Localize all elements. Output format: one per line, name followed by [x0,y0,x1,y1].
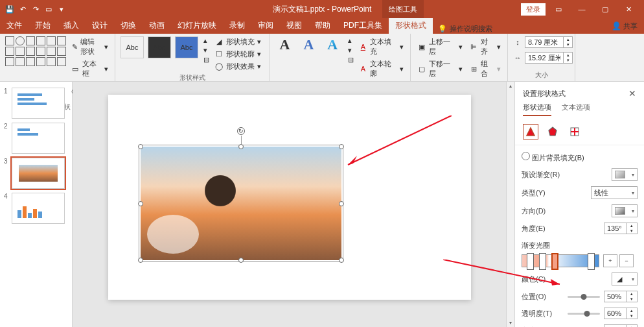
login-button[interactable]: 登录 [521,3,546,16]
color-combo[interactable]: ◢▾ [612,272,638,285]
wa-up-icon[interactable]: ▴ [348,36,354,45]
resize-handle[interactable] [238,258,244,263]
fill-line-icon[interactable] [523,124,538,139]
picture-fill-radio[interactable] [522,152,530,160]
resize-handle[interactable] [339,258,344,263]
tab-record[interactable]: 录制 [223,18,251,34]
minimize-icon[interactable]: — [571,3,592,16]
bring-forward-button[interactable]: ▣上移一层▾ [416,36,464,57]
undo-icon[interactable]: ↶ [17,3,29,15]
align-button[interactable]: ⊫对齐▾ [468,36,502,57]
shape-style-2[interactable]: Abc [148,36,171,58]
text-fill-button[interactable]: A文本填充▾ [358,36,405,57]
direction-combo[interactable]: ▾ [612,204,638,217]
tell-me-label: 操作说明搜索 [450,24,492,34]
selected-shape[interactable]: ↻ [141,147,341,260]
pane-tab-shape[interactable]: 形状选项 [523,103,551,116]
effects-icon[interactable] [545,124,560,139]
quick-access-toolbar: 💾 ↶ ↷ ▭ ▾ [0,3,67,15]
thumbnail-3[interactable] [12,158,65,189]
shape-style-1[interactable]: Abc [121,36,144,58]
remove-stop-button[interactable]: − [619,254,634,267]
width-input[interactable]: ▴▾ [525,52,573,64]
gradient-stop[interactable] [539,253,546,270]
transparency-input[interactable]: ▴▾ [604,308,638,319]
tell-me-search[interactable]: 💡 操作说明搜索 [433,24,498,34]
thumbnail-4[interactable] [12,193,65,224]
wa-down-icon[interactable]: ▾ [348,46,354,54]
resize-handle[interactable] [238,144,244,149]
tab-help[interactable]: 帮助 [308,18,337,34]
preset-gradient-label: 预设渐变(R) [522,170,560,180]
contextual-tab-label: 绘图工具 [382,0,424,18]
share-button[interactable]: 👤 共享 [605,19,644,34]
text-box-button[interactable]: ▭文本框▾ [70,58,109,79]
resize-handle[interactable] [339,144,344,149]
thumb-number: 3 [4,158,9,165]
tab-slideshow[interactable]: 幻灯片放映 [171,18,223,34]
rotation-handle[interactable]: ↻ [237,127,245,135]
tab-design[interactable]: 设计 [86,18,114,34]
gallery-up-icon[interactable]: ▴ [203,36,209,45]
size-props-icon[interactable] [567,124,582,139]
resize-handle[interactable] [138,201,143,206]
preset-gradient-combo[interactable]: ▾ [612,168,638,181]
height-icon: ↕ [513,38,522,47]
tab-pdf[interactable]: PDF工具集 [337,18,389,34]
resize-handle[interactable] [339,201,344,206]
position-input[interactable]: ▴▾ [604,291,638,302]
qat-more-icon[interactable]: ▾ [56,3,67,15]
shape-gallery[interactable] [5,36,66,66]
resize-handle[interactable] [138,258,143,263]
tab-animations[interactable]: 动画 [143,18,171,34]
tab-review[interactable]: 审阅 [251,18,280,34]
tab-format[interactable]: 形状格式 [389,18,433,34]
ribbon-options-icon[interactable]: ▭ [548,3,569,16]
wordart-style-1[interactable]: A [275,36,295,53]
edit-shape-button[interactable]: ✎编辑形状▾ [70,36,109,57]
gradient-stop-active[interactable] [551,253,558,270]
svg-marker-3 [549,127,557,136]
redo-icon[interactable]: ↷ [30,3,41,15]
wordart-style-2[interactable]: A [299,36,319,53]
save-icon[interactable]: 💾 [4,3,16,15]
gallery-more-icon[interactable]: ⊟ [203,56,209,64]
wordart-style-3[interactable]: A [323,36,343,53]
resize-handle[interactable] [138,144,143,149]
tab-view[interactable]: 视图 [280,18,308,34]
type-combo[interactable]: 线性▾ [591,186,638,199]
thumbnail-1[interactable] [12,88,65,119]
group-icon: ⊞ [469,64,478,73]
brightness-input[interactable]: ▴▾ [604,324,638,327]
pane-tab-text[interactable]: 文本选项 [562,103,590,116]
tab-file[interactable]: 文件 [0,18,29,34]
send-backward-button[interactable]: ▢下移一层▾ [416,58,464,79]
pane-close-icon[interactable]: ✕ [628,88,636,99]
shape-effects-button[interactable]: ◯形状效果▾ [213,61,262,72]
close-icon[interactable]: ✕ [618,3,639,16]
position-slider[interactable] [568,296,600,298]
gallery-down-icon[interactable]: ▾ [203,46,209,54]
width-icon: ↔ [513,53,522,62]
tab-insert[interactable]: 插入 [57,18,86,34]
transparency-slider[interactable] [568,313,600,315]
tab-home[interactable]: 开始 [29,18,57,34]
wa-more-icon[interactable]: ⊟ [348,56,354,64]
selection-border [139,145,343,262]
maximize-icon[interactable]: ▢ [595,3,615,16]
height-input[interactable]: ▴▾ [525,36,573,48]
shape-outline-button[interactable]: ☐形状轮廓▾ [213,49,262,60]
vertical-scrollbar[interactable] [506,82,514,327]
tab-transitions[interactable]: 切换 [114,18,143,34]
shape-style-3[interactable]: Abc [175,36,198,58]
gradient-bar[interactable] [522,254,599,267]
start-icon[interactable]: ▭ [43,3,54,15]
slide-canvas[interactable]: ↻ [73,82,506,327]
angle-input[interactable]: ▴▾ [604,223,638,234]
add-stop-button[interactable]: + [603,254,617,267]
text-outline-button[interactable]: A文本轮廓▾ [358,58,405,79]
shape-fill-button[interactable]: ◢形状填充▾ [213,36,262,47]
gradient-stop[interactable] [588,253,595,270]
thumbnail-2[interactable] [12,123,65,154]
gradient-stop[interactable] [527,253,534,270]
